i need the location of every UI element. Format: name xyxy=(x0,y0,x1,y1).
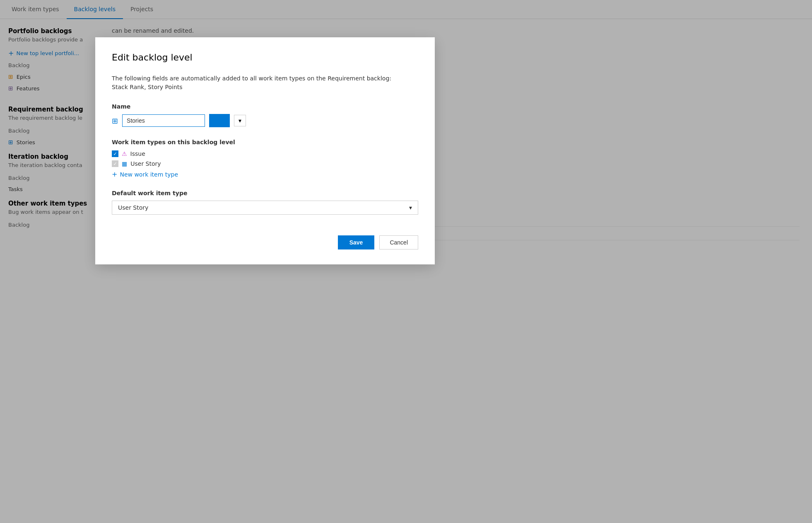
new-wit-plus-icon: + xyxy=(112,170,117,178)
default-wit-select[interactable]: User Story ▾ xyxy=(112,201,418,215)
default-wit-label: Default work item type xyxy=(112,190,418,196)
default-wit-value: User Story xyxy=(118,204,148,211)
modal-info-line1: The following fields are automatically a… xyxy=(112,75,391,82)
name-row: ⊞ ▾ xyxy=(112,114,418,127)
checkbox-row-issue: ✓ ⚠ Issue xyxy=(112,150,418,157)
color-dropdown-button[interactable]: ▾ xyxy=(234,115,246,126)
name-label: Name xyxy=(112,103,418,110)
checkbox-row-userstory: ✓ ▦ User Story xyxy=(112,160,418,167)
chevron-down-icon: ▾ xyxy=(239,117,241,124)
issue-checkbox[interactable]: ✓ xyxy=(112,150,118,157)
userstory-wit-icon: ▦ xyxy=(122,160,127,167)
new-wit-label: New work item type xyxy=(120,171,178,178)
default-wit-chevron-icon: ▾ xyxy=(409,204,412,211)
wit-section-label: Work item types on this backlog level xyxy=(112,139,418,145)
modal-footer: Save Cancel xyxy=(112,235,418,249)
issue-wit-label: Issue xyxy=(130,150,145,157)
modal-info: The following fields are automatically a… xyxy=(112,74,418,92)
userstory-wit-label: User Story xyxy=(130,160,161,167)
cancel-button[interactable]: Cancel xyxy=(379,235,418,249)
name-input[interactable] xyxy=(122,114,205,127)
userstory-checkbox[interactable]: ✓ xyxy=(112,160,118,167)
modal-info-line2: Stack Rank, Story Points xyxy=(112,84,183,90)
issue-wit-icon: ⚠ xyxy=(122,150,127,157)
new-wit-link[interactable]: + New work item type xyxy=(112,170,418,178)
color-picker-button[interactable] xyxy=(209,114,230,127)
edit-backlog-level-modal: Edit backlog level The following fields … xyxy=(95,37,435,264)
save-button[interactable]: Save xyxy=(338,235,375,249)
modal-title: Edit backlog level xyxy=(112,52,418,63)
name-row-grid-icon: ⊞ xyxy=(112,116,118,125)
